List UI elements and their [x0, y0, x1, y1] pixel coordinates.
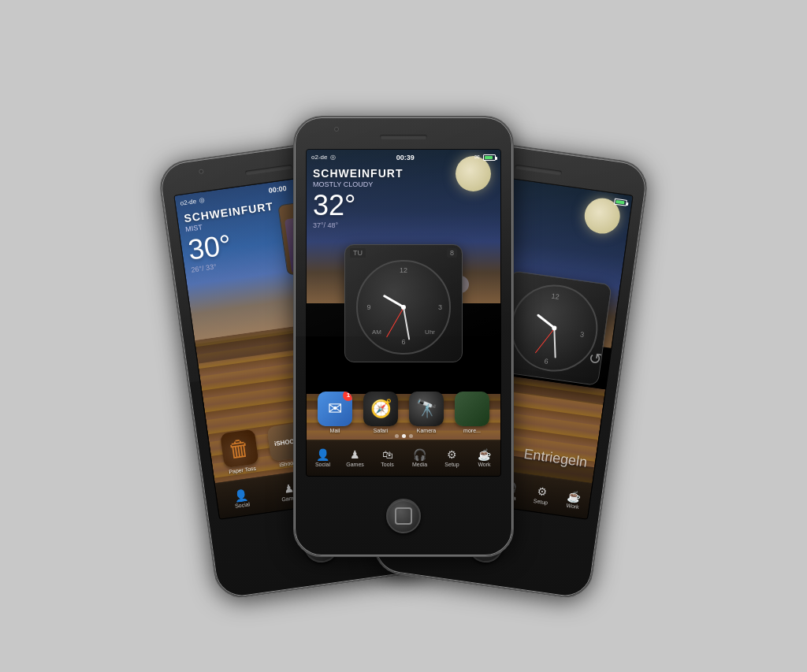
center-clock-widget: TU 8 12 3 6 9 Uhr AM: [344, 244, 463, 362]
center-tab-work[interactable]: ☕ Work: [470, 448, 499, 467]
center-tools-label: Tools: [381, 462, 393, 467]
phone-center: o2-de ◎ 00:39 ✉ SCHWEINFURT MOSTLY CLOUD…: [293, 116, 514, 557]
center-kamera-icon-img[interactable]: 🔭: [409, 392, 444, 426]
right-clock-center: [552, 325, 557, 331]
center-wifi-icon: ◎: [330, 154, 336, 161]
left-app-papertoss[interactable]: 🗑 Paper Toss: [214, 428, 266, 476]
center-dot-1: [395, 434, 399, 438]
right-second-hand: [534, 328, 554, 353]
center-tools-icon: 🛍: [382, 448, 393, 461]
center-clock-header: TU 8: [345, 245, 462, 261]
center-clock-uhr: Uhr: [425, 329, 435, 336]
center-kamera-glyph: 🔭: [416, 399, 437, 419]
center-tab-games[interactable]: ♟ Games: [341, 448, 370, 467]
center-app-safari[interactable]: 🧭 Safari: [359, 392, 403, 433]
center-clock-day: TU: [350, 248, 366, 258]
center-setup-label: Setup: [444, 462, 459, 467]
center-games-label: Games: [346, 462, 364, 467]
left-tab-social[interactable]: 👤 Social: [226, 486, 257, 509]
right-clock-3: 3: [579, 330, 584, 339]
center-tab-tools[interactable]: 🛍 Tools: [374, 448, 402, 467]
center-time: 00:39: [396, 154, 415, 162]
left-time: 00:00: [268, 184, 287, 194]
center-mail-glyph: ✉: [328, 399, 342, 419]
center-tabbar: 👤 Social ♟ Games 🛍 Tools 🎧 Media ⚙: [307, 440, 500, 476]
center-media-icon: 🎧: [413, 448, 426, 461]
right-work-icon: ☕: [567, 488, 582, 503]
center-second-hand: [386, 306, 404, 337]
center-app-mail[interactable]: ✉ 1 Mail: [313, 392, 357, 433]
center-social-icon: 👤: [316, 448, 329, 461]
center-clock-am: AM: [372, 329, 381, 336]
center-media-label: Media: [412, 462, 427, 467]
center-mail-icon-img[interactable]: ✉ 1: [318, 392, 352, 426]
clock-3: 3: [438, 303, 442, 311]
center-home-inner: [395, 507, 412, 525]
left-weather-info: SCHWEINFURT MIST 30° 26°/ 33°: [183, 199, 281, 273]
center-minute-hand: [403, 306, 410, 340]
left-app-papertoss-icon[interactable]: 🗑: [220, 429, 259, 468]
right-battery: [614, 198, 627, 206]
center-carrier: o2-de: [311, 154, 327, 161]
center-weather-info: SCHWEINFURT MOSTLY CLOUDY 32° 37°/ 48°: [313, 167, 403, 229]
center-screen: o2-de ◎ 00:39 ✉ SCHWEINFURT MOSTLY CLOUD…: [306, 149, 501, 477]
center-range: 37°/ 48°: [313, 221, 403, 229]
center-social-label: Social: [315, 462, 330, 467]
left-speaker: [245, 164, 292, 175]
center-battery: [483, 154, 496, 161]
left-wifi-icon: ◎: [199, 195, 205, 203]
center-home-area: [386, 477, 421, 555]
center-mail-icon: ✉: [474, 154, 480, 161]
right-clock-12: 12: [551, 292, 560, 301]
center-clock-center: [401, 305, 406, 310]
center-status-right: ✉: [474, 154, 496, 161]
center-camera: [334, 127, 339, 132]
center-more-label: more...: [463, 428, 481, 433]
center-kamera-label: Kamera: [417, 428, 437, 433]
center-dot-2: [402, 434, 406, 438]
left-carrier: o2-de: [180, 197, 197, 206]
center-temp: 32°: [313, 191, 403, 220]
center-work-icon: ☕: [478, 448, 491, 461]
center-clock-date: 8: [447, 248, 457, 258]
center-safari-label: Safari: [374, 428, 388, 433]
left-camera: [199, 169, 204, 174]
center-page-dots: [307, 434, 500, 438]
right-speaker: [515, 164, 562, 175]
center-tab-media[interactable]: 🎧 Media: [406, 448, 434, 467]
center-tab-setup[interactable]: ⚙ Setup: [438, 448, 467, 467]
left-social-icon: 👤: [233, 488, 248, 502]
center-games-icon: ♟: [350, 448, 360, 461]
clock-12: 12: [400, 266, 407, 274]
center-phone-top: [295, 117, 512, 149]
center-clock-face: 12 3 6 9 Uhr AM: [356, 260, 451, 355]
center-condition: MOSTLY CLOUDY: [313, 180, 403, 188]
center-app-kamera[interactable]: 🔭 Kamera: [404, 392, 448, 433]
right-status-right: [614, 198, 627, 206]
left-papertoss-img: 🗑: [227, 434, 252, 463]
clock-6: 6: [401, 338, 405, 346]
right-tab-work[interactable]: ☕ Work: [558, 488, 589, 510]
right-minute-hand: [553, 328, 556, 358]
center-tab-social[interactable]: 👤 Social: [309, 448, 337, 467]
right-refresh-icon[interactable]: ↺: [587, 347, 603, 368]
center-home-button[interactable]: [386, 499, 421, 533]
center-mail-badge: 1: [343, 392, 352, 401]
center-work-label: Work: [478, 462, 490, 467]
center-app-grid: ✉ 1 Mail 🧭 Safari 🔭 Kam: [310, 388, 497, 436]
clock-9: 9: [366, 303, 370, 311]
center-safari-icon-img[interactable]: 🧭: [363, 392, 398, 426]
center-app-more[interactable]: more...: [450, 392, 494, 433]
center-mail-label: Mail: [330, 428, 340, 433]
center-status-left: o2-de ◎: [311, 154, 336, 161]
center-dot-3: [409, 434, 413, 438]
left-status-left: o2-de ◎: [180, 195, 205, 206]
center-more-icon-img[interactable]: [455, 392, 489, 426]
right-setup-icon: ⚙: [536, 485, 548, 499]
right-tab-setup[interactable]: ⚙ Setup: [526, 483, 557, 506]
center-setup-icon: ⚙: [447, 448, 457, 461]
right-clock-6: 6: [544, 357, 549, 366]
center-safari-glyph: 🧭: [370, 399, 392, 419]
phones-container: o2-de ◎ 00:00 SCHWEINFURT MIST 30° 26°/ …: [49, 13, 758, 659]
center-speaker: [380, 135, 427, 139]
